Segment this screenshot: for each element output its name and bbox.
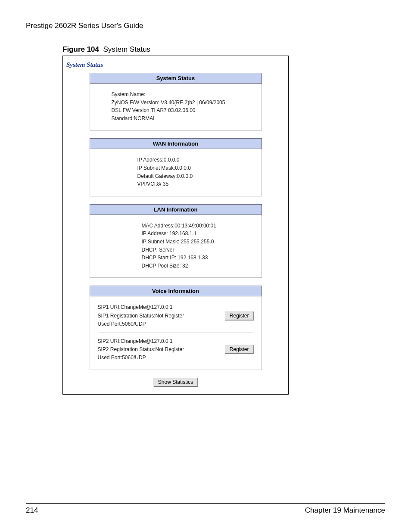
- dsl-fw-line: DSL FW Version:TI AR7 03.02.06.00: [112, 106, 254, 115]
- sip2-port-line: Used Port:5060/UDP: [98, 354, 254, 362]
- standard-line: Standard:NORMAL: [112, 115, 254, 123]
- panel-header-system-status: System Status: [90, 73, 262, 84]
- screen-title: System Status: [63, 61, 288, 68]
- page-header: Prestige 2602R Series User's Guide: [26, 22, 385, 33]
- wan-gw-line: Default Gateway:0.0.0.0: [137, 172, 254, 180]
- figure-label: Figure 104: [62, 45, 99, 53]
- voice-separator: [98, 333, 254, 333]
- panel-body-voice: SIP1 URI:ChangeMe@127.0.0.1 SIP1 Registr…: [90, 296, 262, 370]
- show-statistics-button[interactable]: Show Statistics: [153, 378, 198, 386]
- sip1-status-line: SIP1 Registration Status:Not Register: [98, 312, 184, 320]
- page-number: 214: [26, 506, 38, 515]
- show-stats-row: Show Statistics: [63, 378, 288, 386]
- chapter-label: Chapter 19 Maintenance: [305, 506, 385, 515]
- sip1-uri-line: SIP1 URI:ChangeMe@127.0.0.1: [98, 303, 254, 311]
- lan-mac-line: MAC Address:00:13:49:00:00:01: [142, 222, 254, 230]
- lan-mask-line: IP Subnet Mask: 255.255.255.0: [142, 238, 254, 246]
- figure-title: System Status: [103, 45, 151, 53]
- fw-version-line: ZyNOS F/W Version: V3.40(RE.2)b2 | 06/09…: [112, 99, 254, 107]
- wan-ip-line: IP Address:0.0.0.0: [137, 156, 254, 164]
- document-page: Prestige 2602R Series User's Guide Figur…: [0, 0, 411, 532]
- wan-vpi-line: VPI/VCI:8/ 35: [137, 180, 254, 188]
- lan-ip-line: IP Address: 192.168.1.1: [142, 230, 254, 238]
- lan-dhcp-pool-line: DHCP Pool Size: 32: [142, 262, 254, 270]
- panel-system-status: System Status System Name: ZyNOS F/W Ver…: [90, 73, 262, 131]
- panel-header-lan: LAN Information: [90, 204, 262, 215]
- panel-header-wan: WAN Information: [90, 138, 262, 149]
- lan-dhcp-line: DHCP: Server: [142, 246, 254, 254]
- panel-lan: LAN Information MAC Address:00:13:49:00:…: [90, 204, 262, 278]
- wan-mask-line: IP Subnet Mask:0.0.0.0: [137, 164, 254, 172]
- lan-dhcp-start-line: DHCP Start IP: 192.168.1.33: [142, 254, 254, 262]
- figure-caption: Figure 104 System Status: [62, 45, 385, 54]
- page-footer: 214 Chapter 19 Maintenance: [26, 503, 385, 515]
- panel-header-voice: Voice Information: [90, 286, 262, 296]
- panel-wan: WAN Information IP Address:0.0.0.0 IP Su…: [90, 138, 262, 196]
- sip1-status-row: SIP1 Registration Status:Not Register Re…: [98, 311, 254, 320]
- system-name-line: System Name:: [112, 90, 254, 99]
- panel-body-lan: MAC Address:00:13:49:00:00:01 IP Address…: [90, 215, 262, 278]
- sip2-status-line: SIP2 Registration Status:Not Register: [98, 345, 184, 354]
- sip2-uri-line: SIP2 URI:ChangeMe@127.0.0.1: [98, 337, 254, 345]
- panel-voice: Voice Information SIP1 URI:ChangeMe@127.…: [90, 286, 262, 370]
- panel-body-wan: IP Address:0.0.0.0 IP Subnet Mask:0.0.0.…: [90, 149, 262, 196]
- panel-body-system-status: System Name: ZyNOS F/W Version: V3.40(RE…: [90, 84, 262, 131]
- screenshot-frame: System Status System Status System Name:…: [62, 56, 289, 395]
- sip1-register-button[interactable]: Register: [225, 311, 254, 320]
- sip2-register-button[interactable]: Register: [225, 345, 254, 354]
- sip2-status-row: SIP2 Registration Status:Not Register Re…: [98, 345, 254, 354]
- sip1-port-line: Used Port:5060/UDP: [98, 320, 254, 328]
